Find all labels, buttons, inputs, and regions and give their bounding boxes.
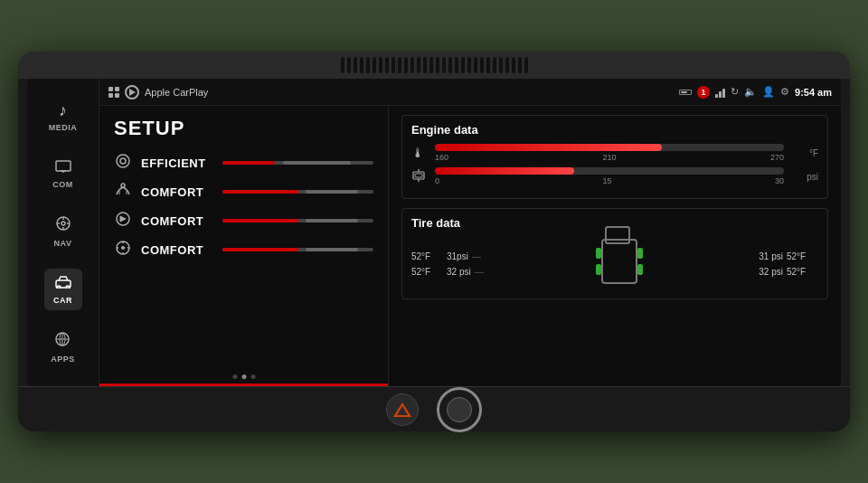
grid-cell [108, 93, 113, 98]
setting-row-comfort3: COMFORT [114, 240, 373, 260]
pressure-label-15: 15 [602, 176, 611, 185]
com-icon [55, 158, 71, 177]
dot-1[interactable] [232, 374, 237, 379]
temp-label-160: 160 [435, 153, 448, 162]
tire-front-left-psi: 31psi [447, 251, 468, 261]
tire-row-front-right: 31 psi 52°F [759, 251, 818, 261]
sidebar-item-label: CAR [53, 296, 72, 305]
sidebar-item-apps[interactable]: APPS [42, 326, 84, 369]
pressure-gauge-bar [435, 167, 784, 175]
svg-point-17 [120, 158, 126, 164]
grid-cell [115, 93, 119, 98]
vent-hole [379, 57, 382, 73]
setting-name-efficient: EFFICIENT [141, 156, 213, 170]
setting-name-comfort2: COMFORT [141, 214, 213, 228]
slider-fill-gray [283, 161, 351, 165]
temp-gauge-fill [435, 144, 662, 151]
svg-point-18 [121, 184, 125, 187]
hazard-button[interactable] [386, 393, 419, 426]
sidebar-item-com[interactable]: COM [43, 153, 82, 194]
vent-hole [455, 57, 458, 73]
vent-hole [499, 57, 503, 73]
tire-rr-indicator [637, 264, 643, 275]
vent-hole [505, 57, 509, 73]
slider-efficient[interactable] [222, 161, 373, 165]
vent-hole [404, 57, 408, 73]
tire-right-values: 31 psi 52°F 32 psi 52°F [759, 251, 818, 277]
main-content: Apple CarPlay 1 ↻ [99, 79, 841, 386]
slider-comfort2[interactable] [222, 219, 373, 223]
comfort1-icon [114, 182, 132, 202]
car-body-container [601, 239, 641, 289]
tire-row-front: 52°F 31psi — [411, 251, 484, 261]
pressure-gauge-container: 0 15 30 [435, 167, 784, 185]
vent-hole [512, 57, 515, 73]
tire-dash-front: — [472, 251, 481, 261]
tire-rl-indicator [596, 264, 601, 275]
data-panel: Engine data 🌡 160 210 [389, 106, 841, 386]
vent-hole [398, 57, 401, 73]
clock: 9:54 am [795, 87, 832, 98]
car-icon [53, 274, 73, 293]
setting-row-comfort1: COMFORT [114, 182, 373, 202]
signal-icon [715, 87, 725, 98]
pressure-gauge-labels: 0 15 30 [435, 176, 784, 185]
sidebar-item-car[interactable]: CAR [44, 269, 82, 310]
settings-icon: ⚙ [780, 86, 789, 98]
vent-hole [436, 57, 439, 73]
slider-comfort3[interactable] [222, 248, 373, 251]
vent-hole [417, 57, 420, 73]
tire-rear-right-psi: 32 psi [759, 267, 783, 277]
pressure-icon [411, 168, 428, 185]
vent-hole [461, 57, 465, 73]
vent-hole [493, 57, 496, 73]
dot-indicators [232, 374, 255, 379]
tire-rear-left-temp: 52°F [411, 267, 443, 277]
signal-bar [719, 91, 722, 98]
sidebar-item-label: MEDIA [49, 123, 78, 132]
vent-hole [474, 57, 477, 73]
pressure-label-30: 30 [775, 176, 784, 185]
pressure-unit: psi [791, 172, 818, 182]
tire-dash-rear: — [475, 267, 484, 277]
dot-2[interactable] [241, 374, 246, 379]
tire-fl-indicator [596, 248, 601, 259]
vent-hole [480, 57, 484, 73]
volume-icon: 🔈 [744, 86, 757, 98]
temp-gauge-labels: 160 210 270 [435, 153, 784, 162]
setting-row-comfort2: COMFORT [114, 211, 373, 231]
hazard-inner [397, 406, 408, 415]
svg-rect-29 [415, 174, 422, 177]
knob-inner [447, 397, 472, 422]
setting-name-comfort3: COMFORT [141, 243, 213, 257]
sidebar-item-label: COM [52, 180, 73, 189]
sidebar: ♪ MEDIA COM [27, 79, 99, 386]
temp-label-210: 210 [602, 153, 616, 162]
vent-hole [423, 57, 427, 73]
top-bar-left: Apple CarPlay [108, 85, 672, 99]
sidebar-item-media[interactable]: ♪ MEDIA [40, 96, 87, 137]
sidebar-item-label: NAV [54, 239, 72, 248]
battery-icon [679, 90, 692, 95]
slider-comfort1[interactable] [222, 190, 373, 194]
sidebar-item-nav[interactable]: NAV [45, 210, 81, 253]
tire-layout: 52°F 31psi — 52°F 32 psi — [411, 237, 818, 291]
temp-gauge-container: 160 210 270 [435, 144, 784, 162]
slider-fill-gray [306, 219, 358, 223]
knob-button[interactable] [437, 387, 482, 432]
dot-3[interactable] [250, 374, 255, 379]
tire-fr-indicator [637, 248, 643, 259]
tire-left-values: 52°F 31psi — 52°F 32 psi — [411, 251, 484, 277]
slider-fill-red [222, 248, 298, 251]
comfort3-icon [114, 240, 132, 260]
tire-front-right-psi: 31 psi [759, 251, 783, 261]
temp-unit: °F [791, 148, 818, 158]
slider-fill-gray [306, 248, 358, 251]
sidebar-item-label: APPS [51, 355, 75, 364]
signal-bar [722, 89, 725, 98]
hazard-triangle-container [392, 401, 413, 419]
svg-point-16 [117, 155, 129, 167]
temp-gauge-bar [435, 144, 784, 151]
vent-hole [366, 57, 370, 73]
content-area: SETUP EFFICIENT [99, 106, 841, 386]
